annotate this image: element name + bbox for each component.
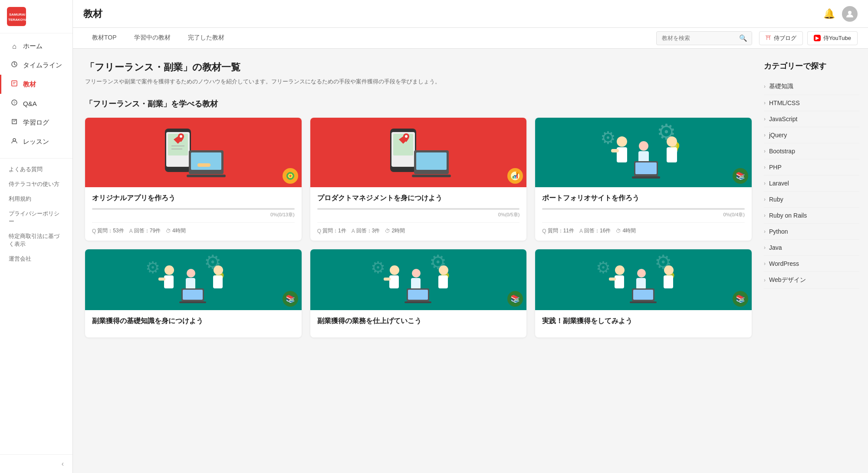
sidebar-sub-privacy[interactable]: プライバシーポリシー [0,206,72,229]
qa-icon: ? [10,99,19,108]
svg-text:TERAKOYA: TERAKOYA [8,18,26,22]
sidebar-sub-how-to[interactable]: 侍テラコヤの使い方 [0,177,72,192]
content-main: 「フリーランス・副業」の教材一覧 フリーランスや副業で案件を獲得するためのノウハ… [73,49,764,473]
category-item-laravel[interactable]: › Laravel [764,175,859,192]
category-item-bootstrap[interactable]: › Bootstrap [764,143,859,159]
chevron-icon: › [764,100,766,106]
logo[interactable]: SAMURAI TERAKOYA [0,0,72,33]
category-item-python[interactable]: › Python [764,224,859,240]
svg-rect-70 [404,301,431,303]
sidebar-item-qa[interactable]: ? Q&A [0,94,72,113]
blog-button[interactable]: ⛩ 侍ブログ [759,31,803,45]
youtube-button[interactable]: ▶ 侍YouTube [807,31,858,45]
chevron-icon: › [764,164,766,170]
card-basic-knowledge[interactable]: ⚙ ⚙ 💡 [85,249,302,337]
sidebar-item-label: レッスン [23,138,49,146]
sidebar-collapse-button[interactable]: ‹ [0,454,72,473]
sidebar-sub-legal[interactable]: 特定商取引法に基づく表示 [0,229,72,251]
chevron-icon: › [764,196,766,202]
svg-text:⚙: ⚙ [145,258,160,277]
sidebar-sub-terms[interactable]: 利用規約 [0,192,72,206]
svg-rect-69 [408,290,428,300]
category-item-javascript[interactable]: › JavaScript [764,111,859,127]
category-item-php[interactable]: › PHP [764,159,859,175]
svg-point-84 [664,265,674,275]
category-label: Java [769,244,782,251]
card-body-6: 実践！副業獲得をしてみよう [535,310,752,337]
svg-rect-59 [213,275,223,288]
section-title: 「フリーランス・副業」を学べる教材 [85,99,752,109]
card-product-management[interactable]: プロダクトマネジメントを身につけよう 0%(0/5章) Q 質問：1件 A [310,118,527,241]
card-image-2 [310,118,527,187]
sidebar-item-textbooks[interactable]: 教材 [0,75,72,94]
svg-point-10 [848,11,852,14]
category-item-basic[interactable]: › 基礎知識 [764,78,859,95]
cards-grid-row1: オリジナルアプリを作ろう 0%(0/13章) Q 質問：53件 A [85,118,752,241]
category-item-ruby-on-rails[interactable]: › Ruby on Rails [764,208,859,224]
answer-icon-1: A [129,228,133,234]
category-item-java[interactable]: › Java [764,240,859,256]
category-item-jquery[interactable]: › jQuery [764,127,859,143]
card-stat-time-3: ⏱ 4時間 [616,227,636,235]
sidebar-sub-faq[interactable]: よくある質問 [0,162,72,177]
tab-top[interactable]: 教材TOP [83,29,125,48]
search-input[interactable] [657,32,735,44]
home-icon: ⌂ [10,43,19,50]
card-practice[interactable]: ⚙ ⚙ 💡 [535,249,752,337]
card-progress-text-1: 0%(0/13章) [92,212,295,218]
card-progress-text-2: 0%(0/5章) [317,212,520,218]
svg-rect-43 [635,162,657,174]
svg-point-63 [390,265,399,275]
card-stats-2: Q 質問：1件 A 回答：3件 ⏱ 2時間 [317,222,520,235]
svg-rect-27 [416,152,447,170]
svg-rect-28 [412,175,451,177]
card-work-complete[interactable]: ⚙ ⚙ 💡 [310,249,527,337]
card-stat-time-1: ⏱ 4時間 [166,227,186,235]
search-button[interactable]: 🔍 [735,32,752,45]
clock-icon-1: ⏱ [166,228,171,234]
card-original-app[interactable]: オリジナルアプリを作ろう 0%(0/13章) Q 質問：53件 A [85,118,302,241]
sidebar-item-study-log[interactable]: 学習ログ [0,113,72,132]
samurai-blog-icon: ⛩ [766,35,771,41]
sidebar-item-lesson[interactable]: レッスン [0,132,72,151]
svg-rect-67 [411,278,421,289]
sidebar-item-label: タイムライン [23,61,62,69]
sidebar: SAMURAI TERAKOYA ⌂ ホーム タイムライン 教材 ? Q&A [0,0,73,473]
page-title: 教材 [83,7,823,20]
svg-point-79 [637,269,646,278]
notification-bell-icon[interactable]: 🔔 [823,8,835,20]
category-label: Ruby on Rails [769,212,807,219]
svg-text:⚙: ⚙ [596,258,611,277]
question-icon-3: Q [542,228,546,234]
card-body-1: オリジナルアプリを作ろう 0%(0/13章) Q 質問：53件 A [85,187,302,241]
tab-completed[interactable]: 完了した教材 [179,29,233,48]
category-label: Ruby [769,196,783,203]
card-portfolio[interactable]: ⚙ ⚙ 💡 [535,118,752,241]
card-stat-answers-3: A 回答：16件 [579,227,611,235]
card-illustration-6: ⚙ ⚙ 💡 [535,249,752,310]
card-stat-answers-2: A 回答：3件 [352,227,380,235]
sidebar-item-home[interactable]: ⌂ ホーム [0,37,72,56]
category-item-html-css[interactable]: › HTML/CSS [764,95,859,111]
card-title-5: 副業獲得の業務を仕上げていこう [317,316,520,326]
card-progress-text-3: 0%(0/4章) [542,212,745,218]
logo-icon: SAMURAI TERAKOYA [7,7,26,26]
category-label: jQuery [769,132,787,139]
book-icon-3: 📚 [736,171,745,181]
category-item-wordpress[interactable]: › WordPress [764,256,859,272]
svg-rect-39 [611,149,619,152]
content-area: 「フリーランス・副業」の教材一覧 フリーランスや副業で案件を獲得するためのノウハ… [73,49,868,473]
user-avatar[interactable] [842,6,858,22]
category-item-ruby[interactable]: › Ruby [764,192,859,208]
tab-learning[interactable]: 学習中の教材 [125,29,179,48]
category-label: PHP [769,164,782,171]
card-progress-bar-1 [92,208,295,210]
card-stat-answers-1: A 回答：79件 [129,227,161,235]
card-stat-questions-3: Q 質問：11件 [542,227,574,235]
card-illustration-5: ⚙ ⚙ 💡 [310,249,527,310]
sidebar-sub-company[interactable]: 運営会社 [0,251,72,266]
svg-point-25 [405,135,408,138]
card-stat-time-2: ⏱ 2時間 [385,227,405,235]
category-item-web-design[interactable]: › Webデザイン [764,272,859,289]
sidebar-item-timeline[interactable]: タイムライン [0,56,72,75]
